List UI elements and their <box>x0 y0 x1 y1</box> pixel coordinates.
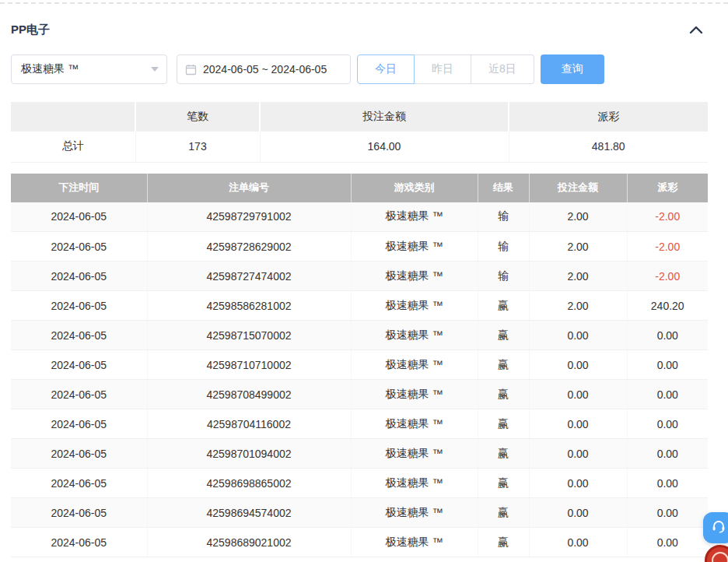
summary-payout-value: 481.80 <box>509 132 708 162</box>
cell-bet-id: 42598715070002 <box>147 321 351 350</box>
cell-bet-id: 42598704116002 <box>147 409 351 439</box>
quick-button-last8days[interactable]: 近8日 <box>471 54 534 84</box>
table-row: 2024-06-05 42598715070002 极速糖果 ™ 赢 0.00 … <box>11 321 708 350</box>
quick-button-yesterday[interactable]: 昨日 <box>415 54 471 84</box>
cell-game-type: 极速糖果 ™ <box>351 350 478 380</box>
cell-bet-id: 42598727474002 <box>147 262 351 291</box>
cell-game-type: 极速糖果 ™ <box>351 232 478 262</box>
cell-result: 赢 <box>478 321 529 350</box>
customer-service-bubble[interactable] <box>703 512 728 543</box>
cell-payout: 240.20 <box>627 291 708 321</box>
summary-header-bet-amount: 投注金额 <box>260 102 509 132</box>
cell-payout: 0.00 <box>627 528 708 557</box>
cell-payout: 0.00 <box>627 380 708 409</box>
table-row: 2024-06-05 42598586281002 极速糖果 ™ 赢 2.00 … <box>11 291 708 321</box>
cell-bet-time: 2024-06-05 <box>11 498 147 528</box>
chevron-up-icon <box>689 23 703 37</box>
cell-bet-amount: 0.00 <box>529 350 627 380</box>
cell-bet-id: 42598698865002 <box>147 469 351 498</box>
cell-payout: -2.00 <box>627 232 708 262</box>
cell-result: 赢 <box>478 409 529 439</box>
cell-result: 赢 <box>478 528 529 557</box>
cell-result: 输 <box>478 202 529 232</box>
cell-bet-id: 42598729791002 <box>147 202 351 232</box>
table-row: 2024-06-05 42598694574002 极速糖果 ™ 赢 0.00 … <box>11 498 708 528</box>
cell-result: 输 <box>478 262 529 291</box>
cell-bet-time: 2024-06-05 <box>11 262 147 291</box>
cell-bet-id: 42598728629002 <box>147 232 351 262</box>
header-game-type: 游戏类别 <box>351 174 478 202</box>
bet-table-header-row: 下注时间 注单编号 游戏类别 结果 投注金额 派彩 <box>11 174 708 202</box>
summary-table: 笔数 投注金额 派彩 总计 173 164.00 481.80 <box>11 102 708 163</box>
cell-bet-time: 2024-06-05 <box>11 439 147 469</box>
cell-payout: 0.00 <box>627 321 708 350</box>
cell-game-type: 极速糖果 ™ <box>351 498 478 528</box>
cell-game-type: 极速糖果 ™ <box>351 409 478 439</box>
summary-count-value: 173 <box>135 132 260 162</box>
cell-result: 赢 <box>478 350 529 380</box>
date-range-value: 2024-06-05 ~ 2024-06-05 <box>203 63 327 76</box>
headset-icon <box>711 518 726 537</box>
cell-bet-amount: 0.00 <box>529 469 627 498</box>
summary-total-label: 总计 <box>11 132 135 162</box>
summary-header-payout: 派彩 <box>509 102 708 132</box>
table-row: 2024-06-05 42598708499002 极速糖果 ™ 赢 0.00 … <box>11 380 708 409</box>
summary-bet-amount-value: 164.00 <box>260 132 509 162</box>
cell-bet-time: 2024-06-05 <box>11 202 147 232</box>
panel-title: PP电子 <box>11 23 50 37</box>
cell-result: 赢 <box>478 469 529 498</box>
table-row: 2024-06-05 42598689021002 极速糖果 ™ 赢 0.00 … <box>11 528 708 557</box>
cell-game-type: 极速糖果 ™ <box>351 439 478 469</box>
cell-payout: 0.00 <box>627 409 708 439</box>
cell-payout: -2.00 <box>627 262 708 291</box>
summary-row: 总计 173 164.00 481.80 <box>11 132 708 162</box>
summary-header-count: 笔数 <box>135 102 260 132</box>
cell-bet-amount: 2.00 <box>529 202 627 232</box>
header-bet-id: 注单编号 <box>147 174 351 202</box>
cell-bet-amount: 0.00 <box>529 528 627 557</box>
cell-payout: 0.00 <box>627 350 708 380</box>
cell-bet-amount: 0.00 <box>529 321 627 350</box>
cell-bet-time: 2024-06-05 <box>11 291 147 321</box>
cell-game-type: 极速糖果 ™ <box>351 291 478 321</box>
cell-bet-id: 42598701094002 <box>147 439 351 469</box>
cell-bet-id: 42598689021002 <box>147 528 351 557</box>
quick-date-button-group: 今日 昨日 近8日 <box>357 54 534 84</box>
cell-bet-amount: 0.00 <box>529 409 627 439</box>
cell-result: 赢 <box>478 380 529 409</box>
search-button[interactable]: 查询 <box>541 54 604 84</box>
cell-game-type: 极速糖果 ™ <box>351 262 478 291</box>
cell-bet-time: 2024-06-05 <box>11 528 147 557</box>
cell-bet-id: 42598708499002 <box>147 380 351 409</box>
cell-bet-time: 2024-06-05 <box>11 232 147 262</box>
cell-result: 赢 <box>478 291 529 321</box>
cell-game-type: 极速糖果 ™ <box>351 469 478 498</box>
table-row: 2024-06-05 42598698865002 极速糖果 ™ 赢 0.00 … <box>11 469 708 498</box>
bet-table: 下注时间 注单编号 游戏类别 结果 投注金额 派彩 2024-06-05 425… <box>11 174 708 558</box>
header-payout: 派彩 <box>627 174 708 202</box>
cell-bet-time: 2024-06-05 <box>11 321 147 350</box>
summary-header-empty <box>11 102 135 132</box>
promo-bubble[interactable] <box>705 545 728 562</box>
table-row: 2024-06-05 42598727474002 极速糖果 ™ 输 2.00 … <box>11 262 708 291</box>
header-bet-amount: 投注金额 <box>529 174 627 202</box>
header-result: 结果 <box>478 174 529 202</box>
cell-payout: 0.00 <box>627 439 708 469</box>
cell-payout: -2.00 <box>627 202 708 232</box>
cell-bet-amount: 0.00 <box>529 439 627 469</box>
table-row: 2024-06-05 42598729791002 极速糖果 ™ 输 2.00 … <box>11 202 708 232</box>
cell-result: 赢 <box>478 439 529 469</box>
cell-bet-time: 2024-06-05 <box>11 380 147 409</box>
cell-bet-amount: 0.00 <box>529 498 627 528</box>
game-select[interactable]: 极速糖果 ™ <box>11 54 167 84</box>
quick-button-today[interactable]: 今日 <box>357 54 415 84</box>
collapse-panel-button[interactable] <box>689 23 703 37</box>
cell-result: 赢 <box>478 498 529 528</box>
calendar-icon <box>185 64 197 76</box>
date-range-input[interactable]: 2024-06-05 ~ 2024-06-05 <box>177 54 351 84</box>
promo-bubble-inner-ring <box>712 552 728 562</box>
cell-bet-amount: 2.00 <box>529 291 627 321</box>
cell-bet-amount: 2.00 <box>529 232 627 262</box>
top-dashed-divider <box>0 2 728 4</box>
bet-records-page: PP电子 极速糖果 ™ 2024-06-05 ~ 2024 <box>0 0 728 562</box>
